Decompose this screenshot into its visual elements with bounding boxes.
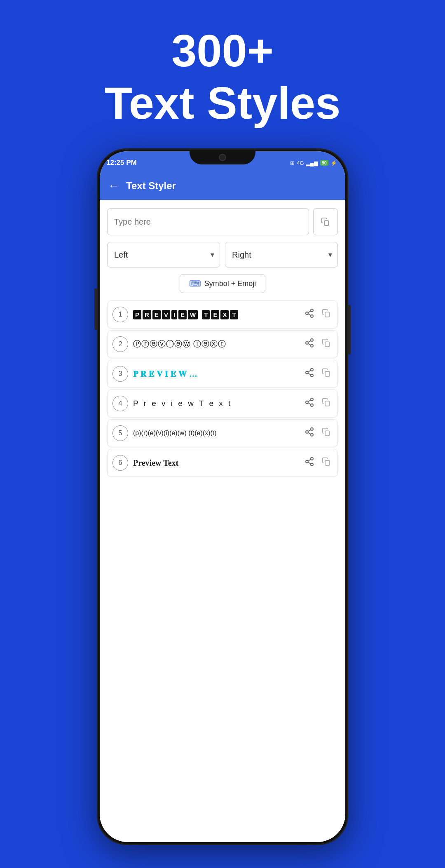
right-dropdown[interactable]: Right Left Center bbox=[225, 242, 338, 267]
style-preview-2: Ⓟⓡⓔⓥⓘⓔⓦ Ⓣⓔⓧⓣ bbox=[133, 339, 298, 350]
style-item-3[interactable]: 3 𝐏𝐑𝐄𝐕𝐈𝐄𝐖… bbox=[107, 360, 338, 388]
svg-point-32 bbox=[306, 460, 308, 463]
left-dropdown-wrapper: Left Center Right ▾ bbox=[107, 242, 220, 267]
share-button-2[interactable] bbox=[303, 336, 316, 352]
status-icons: ⊞ 4G ▂▄▆ 90 ⚡ bbox=[290, 157, 337, 166]
power-button bbox=[348, 305, 351, 354]
style-item-1[interactable]: 1 PREVIEW TEXT bbox=[107, 300, 338, 328]
style-num-3: 3 bbox=[112, 366, 128, 382]
svg-line-16 bbox=[308, 373, 311, 375]
style-preview-6: Preview Text bbox=[133, 458, 298, 468]
hero-section: 300+ Text Styles bbox=[0, 0, 445, 129]
share-button-5[interactable] bbox=[303, 425, 316, 441]
svg-line-28 bbox=[308, 433, 311, 434]
copy-button-5[interactable] bbox=[320, 426, 333, 441]
copy-icon bbox=[321, 217, 330, 226]
style-actions-5 bbox=[303, 425, 333, 441]
svg-point-27 bbox=[311, 434, 313, 436]
symbol-emoji-button[interactable]: ⌨ Symbol + Emoji bbox=[180, 274, 266, 293]
svg-point-3 bbox=[311, 315, 313, 317]
svg-rect-0 bbox=[324, 221, 328, 225]
dropdowns-row: Left Center Right ▾ Right Left Center ▾ bbox=[107, 242, 338, 267]
svg-line-4 bbox=[308, 314, 311, 316]
right-dropdown-wrapper: Right Left Center ▾ bbox=[225, 242, 338, 267]
svg-point-31 bbox=[311, 457, 313, 460]
phone-mockup: 12:25 PM ⊞ 4G ▂▄▆ 90 ⚡ ← Text Styler bbox=[97, 148, 348, 845]
svg-point-26 bbox=[306, 431, 308, 433]
camera bbox=[219, 154, 226, 161]
style-num-5: 5 bbox=[112, 425, 128, 441]
svg-point-20 bbox=[306, 401, 308, 404]
style-preview-1: PREVIEW TEXT bbox=[133, 310, 298, 319]
share-button-1[interactable] bbox=[303, 307, 316, 322]
style-item-6[interactable]: 6 Preview Text bbox=[107, 449, 338, 477]
svg-point-13 bbox=[311, 368, 313, 371]
wifi-icon: ⊞ bbox=[290, 160, 295, 166]
symbol-emoji-label: Symbol + Emoji bbox=[204, 279, 256, 288]
style-preview-3: 𝐏𝐑𝐄𝐕𝐈𝐄𝐖… bbox=[133, 369, 298, 379]
svg-rect-30 bbox=[325, 431, 329, 436]
notch bbox=[190, 150, 255, 164]
share-button-3[interactable] bbox=[303, 366, 316, 382]
signal-bars-icon: ▂▄▆ bbox=[306, 160, 318, 166]
copy-button-4[interactable] bbox=[320, 396, 333, 411]
status-time: 12:25 PM bbox=[106, 156, 137, 167]
svg-rect-24 bbox=[325, 401, 329, 406]
svg-point-1 bbox=[311, 309, 313, 312]
svg-line-29 bbox=[308, 430, 311, 432]
style-num-1: 1 bbox=[112, 307, 128, 322]
input-row bbox=[107, 208, 338, 235]
svg-line-10 bbox=[308, 344, 311, 345]
svg-line-5 bbox=[308, 311, 311, 313]
copy-button-6[interactable] bbox=[320, 455, 333, 470]
charging-icon: ⚡ bbox=[330, 160, 337, 166]
hero-line2: Text Styles bbox=[0, 77, 445, 129]
svg-line-34 bbox=[308, 462, 311, 464]
signal-4g-icon: 4G bbox=[297, 160, 304, 166]
svg-point-21 bbox=[311, 404, 313, 406]
screen-content: Left Center Right ▾ Right Left Center ▾ bbox=[100, 200, 345, 842]
style-item-2[interactable]: 2 Ⓟⓡⓔⓥⓘⓔⓦ Ⓣⓔⓧⓣ bbox=[107, 330, 338, 358]
style-num-2: 2 bbox=[112, 336, 128, 352]
svg-line-17 bbox=[308, 371, 311, 372]
svg-rect-12 bbox=[325, 342, 329, 347]
style-preview-4: P r e v i e w T e x t bbox=[133, 399, 298, 408]
input-copy-button[interactable] bbox=[313, 208, 338, 235]
copy-button-1[interactable] bbox=[320, 307, 333, 322]
copy-button-3[interactable] bbox=[320, 366, 333, 381]
svg-line-35 bbox=[308, 460, 311, 461]
style-actions-3 bbox=[303, 366, 333, 382]
style-list: 1 PREVIEW TEXT bbox=[107, 300, 338, 477]
share-button-4[interactable] bbox=[303, 396, 316, 411]
svg-point-14 bbox=[306, 371, 308, 374]
style-num-6: 6 bbox=[112, 455, 128, 471]
svg-rect-36 bbox=[325, 460, 329, 465]
svg-point-33 bbox=[311, 463, 313, 466]
phone-shell: 12:25 PM ⊞ 4G ▂▄▆ 90 ⚡ ← Text Styler bbox=[97, 148, 348, 845]
svg-point-8 bbox=[306, 342, 308, 344]
app-bar: ← Text Styler bbox=[100, 172, 345, 200]
svg-point-19 bbox=[311, 398, 313, 401]
battery-icon: 90 bbox=[320, 160, 328, 166]
svg-point-2 bbox=[306, 312, 308, 314]
svg-line-22 bbox=[308, 403, 311, 405]
svg-line-23 bbox=[308, 400, 311, 402]
app-bar-title: Text Styler bbox=[126, 180, 176, 192]
style-num-4: 4 bbox=[112, 396, 128, 411]
svg-point-15 bbox=[311, 374, 313, 377]
svg-line-11 bbox=[308, 341, 311, 343]
style-item-4[interactable]: 4 P r e v i e w T e x t bbox=[107, 389, 338, 418]
share-button-6[interactable] bbox=[303, 455, 316, 471]
text-input[interactable] bbox=[107, 208, 309, 235]
hero-line1: 300+ bbox=[0, 25, 445, 77]
back-button[interactable]: ← bbox=[108, 179, 119, 192]
style-actions-2 bbox=[303, 336, 333, 352]
copy-button-2[interactable] bbox=[320, 337, 333, 352]
svg-point-7 bbox=[311, 339, 313, 341]
left-dropdown[interactable]: Left Center Right bbox=[107, 242, 220, 267]
keyboard-icon: ⌨ bbox=[189, 279, 201, 289]
svg-rect-18 bbox=[325, 371, 329, 376]
svg-point-9 bbox=[311, 345, 313, 347]
style-item-5[interactable]: 5 (p)(r)(e)(v)(i)(e)(w) (t)(e)(x)(t) bbox=[107, 419, 338, 447]
svg-rect-6 bbox=[325, 312, 329, 317]
